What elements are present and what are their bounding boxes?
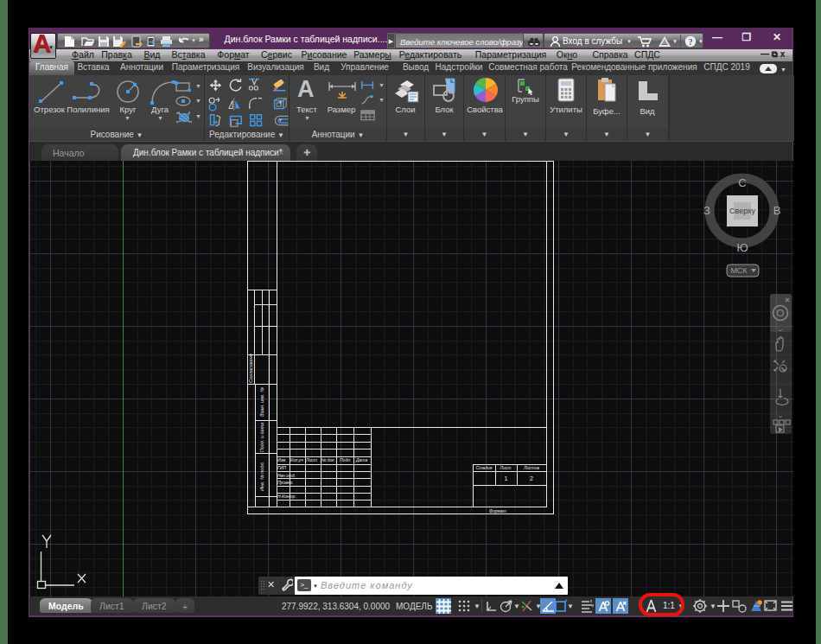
svg-text:Изм.: Изм. [277,457,287,462]
svg-text:МСК: МСК [730,266,748,275]
svg-text:2: 2 [530,475,533,481]
svg-text:Нач.отд.: Нач.отд. [277,473,296,478]
svg-text:Кол.уч: Кол.уч [290,457,303,462]
svg-text:Инв. № подл.: Инв. № подл. [259,462,264,491]
svg-text:Подп. и дата: Подп. и дата [259,423,264,452]
svg-text:Подп.: Подп. [340,457,351,462]
svg-text:Провер.: Провер. [277,480,294,485]
svg-text:?: ? [689,37,693,47]
svg-text:Взам. инв. №: Взам. инв. № [259,387,264,417]
svg-text:Листов: Листов [523,465,540,470]
svg-text:Сверху: Сверху [729,207,756,215]
svg-text:Формат: Формат [489,508,506,513]
svg-text:Стадия: Стадия [476,465,493,470]
svg-text:Лист: Лист [305,457,317,462]
svg-text:Ю: Ю [736,241,748,254]
svg-text:Дата: Дата [355,457,367,462]
svg-text:Согласовано: Согласовано [248,354,253,383]
svg-text:Лист: Лист [500,465,512,470]
svg-text:№ док.: № док. [321,457,335,462]
svg-text:В: В [773,204,781,217]
svg-text:1: 1 [505,475,508,481]
svg-text:ГИП: ГИП [277,465,286,470]
svg-text:С: С [738,176,746,189]
svg-text:З: З [703,204,710,217]
svg-text:Н.Контр.: Н.Контр. [277,494,296,499]
